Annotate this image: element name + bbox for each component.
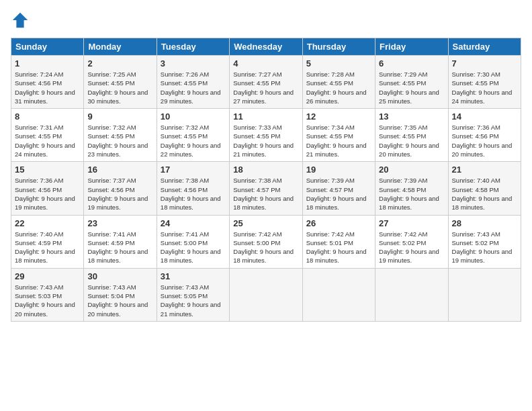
calendar-cell: 10Sunrise: 7:32 AMSunset: 4:55 PMDayligh…	[157, 109, 229, 162]
calendar-cell: 30Sunrise: 7:43 AMSunset: 5:04 PMDayligh…	[84, 268, 157, 321]
day-info: Sunrise: 7:32 AMSunset: 4:55 PMDaylight:…	[161, 123, 226, 158]
day-number: 31	[161, 271, 226, 281]
calendar-cell: 14Sunrise: 7:36 AMSunset: 4:56 PMDayligh…	[448, 109, 521, 162]
calendar-cell: 5Sunrise: 7:28 AMSunset: 4:55 PMDaylight…	[302, 56, 375, 109]
day-number: 9	[87, 111, 152, 122]
day-info: Sunrise: 7:24 AMSunset: 4:56 PMDaylight:…	[15, 70, 80, 105]
calendar-cell: 8Sunrise: 7:31 AMSunset: 4:55 PMDaylight…	[11, 109, 84, 162]
day-number: 16	[87, 165, 152, 175]
header-friday: Friday	[375, 38, 448, 56]
calendar-cell: 17Sunrise: 7:38 AMSunset: 4:56 PMDayligh…	[157, 162, 229, 215]
day-number: 29	[15, 271, 80, 281]
calendar-table: SundayMondayTuesdayWednesdayThursdayFrid…	[11, 38, 521, 322]
calendar-cell	[230, 268, 302, 321]
day-info: Sunrise: 7:39 AMSunset: 4:58 PMDaylight:…	[379, 176, 444, 212]
day-info: Sunrise: 7:31 AMSunset: 4:55 PMDaylight:…	[15, 123, 80, 158]
calendar-cell: 18Sunrise: 7:38 AMSunset: 4:57 PMDayligh…	[230, 162, 302, 215]
week-row-3: 15Sunrise: 7:36 AMSunset: 4:56 PMDayligh…	[11, 162, 521, 215]
header-monday: Monday	[84, 38, 157, 56]
day-number: 18	[233, 165, 298, 175]
calendar-cell: 19Sunrise: 7:39 AMSunset: 4:57 PMDayligh…	[302, 162, 375, 215]
day-info: Sunrise: 7:27 AMSunset: 4:55 PMDaylight:…	[233, 70, 298, 105]
day-info: Sunrise: 7:30 AMSunset: 4:55 PMDaylight:…	[452, 70, 517, 105]
day-number: 3	[161, 58, 226, 68]
calendar-cell: 1Sunrise: 7:24 AMSunset: 4:56 PMDaylight…	[11, 56, 84, 109]
day-info: Sunrise: 7:29 AMSunset: 4:55 PMDaylight:…	[379, 70, 444, 105]
calendar-cell: 15Sunrise: 7:36 AMSunset: 4:56 PMDayligh…	[11, 162, 84, 215]
day-number: 11	[233, 111, 298, 122]
day-info: Sunrise: 7:41 AMSunset: 4:59 PMDaylight:…	[87, 230, 152, 265]
page-header	[11, 11, 521, 30]
day-info: Sunrise: 7:33 AMSunset: 4:55 PMDaylight:…	[233, 123, 298, 158]
day-info: Sunrise: 7:40 AMSunset: 4:59 PMDaylight:…	[15, 230, 80, 265]
week-row-5: 29Sunrise: 7:43 AMSunset: 5:03 PMDayligh…	[11, 268, 521, 321]
day-info: Sunrise: 7:28 AMSunset: 4:55 PMDaylight:…	[306, 70, 371, 105]
calendar-cell: 3Sunrise: 7:26 AMSunset: 4:55 PMDaylight…	[157, 56, 229, 109]
header-saturday: Saturday	[448, 38, 521, 56]
day-number: 7	[452, 58, 517, 68]
calendar-cell	[375, 268, 448, 321]
calendar-cell: 25Sunrise: 7:42 AMSunset: 5:00 PMDayligh…	[230, 215, 302, 268]
calendar-cell: 31Sunrise: 7:43 AMSunset: 5:05 PMDayligh…	[157, 268, 229, 321]
day-info: Sunrise: 7:25 AMSunset: 4:55 PMDaylight:…	[87, 70, 152, 105]
day-number: 15	[15, 165, 80, 175]
logo-icon	[11, 11, 30, 30]
day-info: Sunrise: 7:38 AMSunset: 4:56 PMDaylight:…	[161, 176, 226, 212]
day-number: 22	[15, 218, 80, 228]
day-info: Sunrise: 7:34 AMSunset: 4:55 PMDaylight:…	[306, 123, 371, 158]
day-info: Sunrise: 7:26 AMSunset: 4:55 PMDaylight:…	[161, 70, 226, 105]
day-number: 1	[15, 58, 80, 68]
calendar-cell: 23Sunrise: 7:41 AMSunset: 4:59 PMDayligh…	[84, 215, 157, 268]
day-number: 21	[452, 165, 517, 175]
calendar-cell: 24Sunrise: 7:41 AMSunset: 5:00 PMDayligh…	[157, 215, 229, 268]
day-number: 12	[306, 111, 371, 122]
day-number: 20	[379, 165, 444, 175]
day-info: Sunrise: 7:43 AMSunset: 5:05 PMDaylight:…	[161, 283, 226, 318]
weekday-header-row: SundayMondayTuesdayWednesdayThursdayFrid…	[11, 38, 521, 56]
day-info: Sunrise: 7:38 AMSunset: 4:57 PMDaylight:…	[233, 176, 298, 212]
calendar-cell: 11Sunrise: 7:33 AMSunset: 4:55 PMDayligh…	[230, 109, 302, 162]
day-info: Sunrise: 7:36 AMSunset: 4:56 PMDaylight:…	[452, 123, 517, 158]
calendar-cell: 29Sunrise: 7:43 AMSunset: 5:03 PMDayligh…	[11, 268, 84, 321]
day-number: 6	[379, 58, 444, 68]
day-number: 8	[15, 111, 80, 122]
day-number: 10	[161, 111, 226, 122]
day-number: 27	[379, 218, 444, 228]
day-number: 4	[233, 58, 298, 68]
day-info: Sunrise: 7:39 AMSunset: 4:57 PMDaylight:…	[306, 176, 371, 212]
day-number: 14	[452, 111, 517, 122]
header-thursday: Thursday	[302, 38, 375, 56]
day-info: Sunrise: 7:35 AMSunset: 4:55 PMDaylight:…	[379, 123, 444, 158]
calendar-cell	[302, 268, 375, 321]
calendar-cell: 6Sunrise: 7:29 AMSunset: 4:55 PMDaylight…	[375, 56, 448, 109]
day-number: 5	[306, 58, 371, 68]
day-number: 19	[306, 165, 371, 175]
week-row-4: 22Sunrise: 7:40 AMSunset: 4:59 PMDayligh…	[11, 215, 521, 268]
day-number: 2	[87, 58, 152, 68]
day-number: 25	[233, 218, 298, 228]
day-number: 24	[161, 218, 226, 228]
day-info: Sunrise: 7:42 AMSunset: 5:01 PMDaylight:…	[306, 230, 371, 265]
day-info: Sunrise: 7:43 AMSunset: 5:03 PMDaylight:…	[15, 283, 80, 318]
day-info: Sunrise: 7:37 AMSunset: 4:56 PMDaylight:…	[87, 176, 152, 212]
calendar-cell: 13Sunrise: 7:35 AMSunset: 4:55 PMDayligh…	[375, 109, 448, 162]
week-row-2: 8Sunrise: 7:31 AMSunset: 4:55 PMDaylight…	[11, 109, 521, 162]
day-info: Sunrise: 7:40 AMSunset: 4:58 PMDaylight:…	[452, 176, 517, 212]
calendar-cell: 7Sunrise: 7:30 AMSunset: 4:55 PMDaylight…	[448, 56, 521, 109]
svg-marker-0	[13, 13, 28, 28]
day-info: Sunrise: 7:43 AMSunset: 5:04 PMDaylight:…	[87, 283, 152, 318]
calendar-cell	[448, 268, 521, 321]
header-wednesday: Wednesday	[230, 38, 302, 56]
day-info: Sunrise: 7:42 AMSunset: 5:02 PMDaylight:…	[379, 230, 444, 265]
day-info: Sunrise: 7:41 AMSunset: 5:00 PMDaylight:…	[161, 230, 226, 265]
day-number: 13	[379, 111, 444, 122]
day-number: 26	[306, 218, 371, 228]
day-number: 23	[87, 218, 152, 228]
day-info: Sunrise: 7:32 AMSunset: 4:55 PMDaylight:…	[87, 123, 152, 158]
calendar-cell: 21Sunrise: 7:40 AMSunset: 4:58 PMDayligh…	[448, 162, 521, 215]
day-number: 30	[87, 271, 152, 281]
calendar-cell: 12Sunrise: 7:34 AMSunset: 4:55 PMDayligh…	[302, 109, 375, 162]
calendar-cell: 22Sunrise: 7:40 AMSunset: 4:59 PMDayligh…	[11, 215, 84, 268]
calendar-cell: 27Sunrise: 7:42 AMSunset: 5:02 PMDayligh…	[375, 215, 448, 268]
header-tuesday: Tuesday	[157, 38, 229, 56]
